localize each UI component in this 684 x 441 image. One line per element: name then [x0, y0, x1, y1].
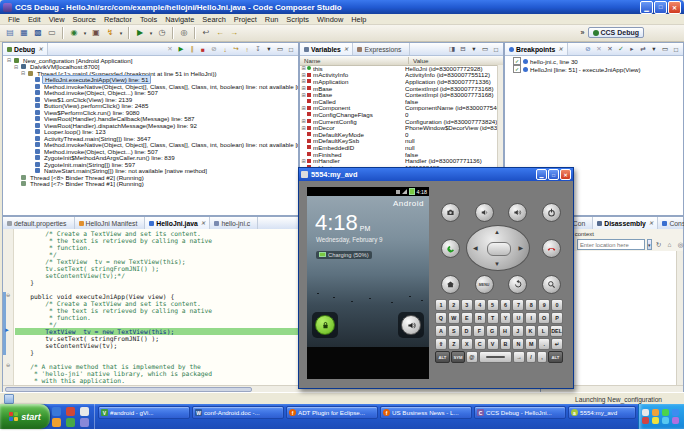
- editor-tab[interactable]: HelloJni Manifest: [75, 217, 146, 229]
- breakpoint-row[interactable]: ✓ HelloJni [line: 51] - executeJniApp(Vi…: [505, 65, 683, 73]
- menu-item[interactable]: Edit: [24, 15, 45, 24]
- key[interactable]: R: [474, 312, 486, 324]
- key[interactable]: ALT: [548, 351, 563, 363]
- end-call-button[interactable]: [542, 239, 561, 258]
- menu-icon[interactable]: ▾: [649, 44, 659, 55]
- quick-launch-icon[interactable]: [66, 407, 75, 416]
- key[interactable]: V: [487, 338, 499, 350]
- minimize-button[interactable]: ▁: [640, 1, 653, 14]
- key[interactable]: Q: [435, 312, 447, 324]
- right-panel-tab[interactable]: Disassembly ✕: [593, 217, 658, 229]
- tray-icon[interactable]: [662, 409, 669, 416]
- quick-launch-icon[interactable]: [52, 407, 61, 416]
- tray-icon[interactable]: [652, 417, 659, 424]
- tree-expander-icon[interactable]: ⊟: [13, 64, 19, 70]
- start-button[interactable]: start: [0, 404, 50, 429]
- taskbar-button[interactable]: f US Business News - L...: [380, 406, 472, 419]
- tab-debug[interactable]: Debug ✕: [3, 43, 48, 55]
- pin-icon[interactable]: ◎: [676, 239, 684, 250]
- menu-icon[interactable]: ▾: [264, 44, 274, 55]
- unlock-button[interactable]: [312, 312, 338, 338]
- flash-icon[interactable]: ↯: [104, 27, 116, 39]
- go-to-file-icon[interactable]: ▸: [627, 44, 637, 55]
- dpad-left-icon[interactable]: ◀: [473, 245, 478, 251]
- search-icon[interactable]: ◎: [178, 27, 190, 39]
- key[interactable]: F: [473, 325, 485, 337]
- menu-item[interactable]: Navigate: [161, 15, 198, 24]
- suspend-icon[interactable]: ∥: [187, 44, 197, 55]
- key[interactable]: J: [512, 325, 524, 337]
- tab-breakpoints[interactable]: Breakpoints ✕: [505, 43, 568, 55]
- menu-item[interactable]: Search: [198, 15, 229, 24]
- tray-icon[interactable]: [662, 417, 669, 424]
- menu-item[interactable]: Scripts: [282, 15, 313, 24]
- key[interactable]: S: [448, 325, 460, 337]
- breakpoint-checkbox[interactable]: ✓: [513, 57, 521, 65]
- step-return-icon[interactable]: ↑: [242, 44, 252, 55]
- home-button[interactable]: [441, 275, 460, 294]
- tray-icon[interactable]: [642, 409, 649, 416]
- menu-item[interactable]: Project: [230, 15, 261, 24]
- right-panel-tab[interactable]: Console: [658, 217, 684, 229]
- taskbar-button[interactable]: V #android - gVi...: [98, 406, 190, 419]
- key[interactable]: L: [537, 325, 549, 337]
- back-icon[interactable]: ←: [214, 27, 226, 39]
- expander-icon[interactable]: ⊞: [300, 65, 307, 71]
- key[interactable]: →: [513, 351, 525, 363]
- key[interactable]: /: [526, 351, 536, 363]
- remove-all-terminated-icon[interactable]: ✕: [165, 44, 175, 55]
- expander-icon[interactable]: ⊞: [300, 158, 307, 164]
- emulator-title-bar[interactable]: 5554:my_avd ▁ □ ✕: [299, 168, 573, 181]
- menu-item[interactable]: Help: [347, 15, 370, 24]
- maximize-icon[interactable]: □: [671, 44, 681, 55]
- terminate-icon[interactable]: ■: [198, 44, 208, 55]
- disconnect-icon[interactable]: ⊘: [209, 44, 219, 55]
- dpad-center-button[interactable]: [487, 242, 511, 256]
- android-emulator-window[interactable]: 5554:my_avd ▁ □ ✕ 4:18 Android 4:18 PM W…: [298, 167, 574, 389]
- profile-icon[interactable]: ◷: [156, 27, 168, 39]
- skip-all-breakpoints-icon[interactable]: ⊘: [583, 44, 593, 55]
- key[interactable]: 6: [500, 299, 512, 311]
- key[interactable]: T: [487, 312, 499, 324]
- key[interactable]: I: [525, 312, 537, 324]
- menu-item[interactable]: Tools: [136, 15, 161, 24]
- tree-expander-icon[interactable]: ⊟: [6, 57, 12, 63]
- key[interactable]: ALT: [435, 351, 450, 363]
- key[interactable]: B: [500, 338, 512, 350]
- minimize-button[interactable]: ▁: [536, 169, 547, 180]
- menu-item[interactable]: Window: [313, 15, 347, 24]
- call-button[interactable]: [441, 239, 460, 258]
- remove-all-breakpoints-icon[interactable]: ✕: [605, 44, 615, 55]
- taskbar-button[interactable]: a 5554:my_avd: [568, 406, 636, 419]
- close-tab-icon[interactable]: ✕: [558, 46, 563, 52]
- forward-icon[interactable]: →: [228, 27, 240, 39]
- breakpoint-row[interactable]: ✓ hello-jni.c, line 30: [505, 57, 683, 65]
- key[interactable]: C: [474, 338, 486, 350]
- tray-icon[interactable]: [642, 417, 649, 424]
- fold-marker-icon[interactable]: ⊖: [6, 293, 10, 298]
- phone-screen[interactable]: 4:18 Android 4:18 PM Wednesday, February…: [307, 187, 429, 379]
- separator[interactable]: [172, 27, 174, 39]
- menu-item[interactable]: Refactor: [100, 15, 136, 24]
- key[interactable]: Y: [500, 312, 512, 324]
- close-tab-icon[interactable]: ✕: [38, 46, 43, 52]
- breakpoint-checkbox[interactable]: ✓: [513, 65, 521, 73]
- dropdown-icon[interactable]: ▾: [82, 27, 88, 39]
- expander-icon[interactable]: ⊞: [300, 72, 307, 78]
- expander-icon[interactable]: ⊞: [300, 92, 307, 98]
- taskbar-button[interactable]: W conf-Android.doc -...: [192, 406, 284, 419]
- key[interactable]: Z: [448, 338, 460, 350]
- step-over-icon[interactable]: ↪: [231, 44, 241, 55]
- taskbar-button[interactable]: C CCS Debug - HelloJni...: [474, 406, 566, 419]
- title-bar[interactable]: CCS Debug - HelloJni/src/com/example/hel…: [0, 0, 684, 14]
- column-value[interactable]: Value: [409, 57, 428, 64]
- key[interactable]: O: [538, 312, 550, 324]
- perspective-more[interactable]: »: [581, 29, 585, 36]
- last-edit-icon[interactable]: ↩: [200, 27, 212, 39]
- column-name[interactable]: Name: [300, 57, 409, 64]
- key[interactable]: U: [512, 312, 524, 324]
- key[interactable]: A: [435, 325, 447, 337]
- key[interactable]: G: [486, 325, 498, 337]
- link-with-debug-icon[interactable]: ⇄: [638, 44, 648, 55]
- run-icon[interactable]: ▶: [134, 27, 146, 39]
